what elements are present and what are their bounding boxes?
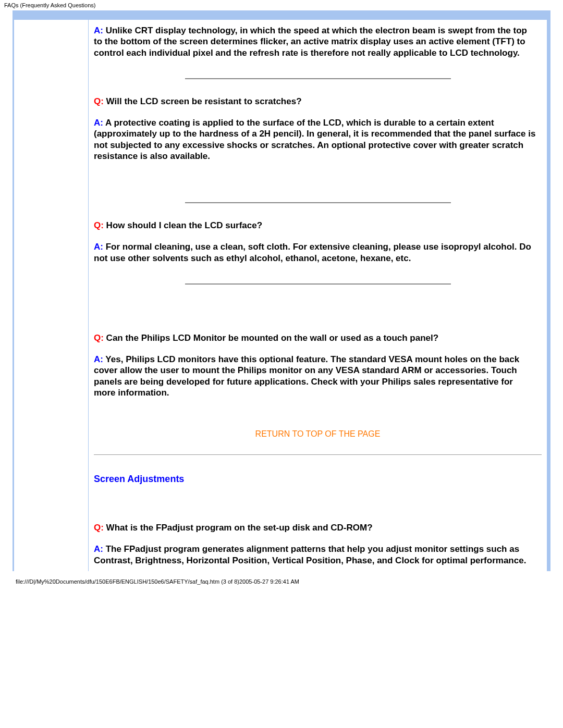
section-heading-screen-adjustments: Screen Adjustments: [89, 462, 547, 496]
answer-1: A: Unlike CRT display technology, in whi…: [89, 20, 547, 64]
question-prefix: Q:: [94, 523, 104, 533]
answer-text: A protective coating is applied to the s…: [94, 118, 535, 161]
question-2: Q: Will the LCD screen be resistant to s…: [89, 91, 547, 112]
answer-text: For normal cleaning, use a clean, soft c…: [94, 242, 531, 263]
inner-frame: A: Unlike CRT display technology, in whi…: [14, 20, 549, 571]
question-text: How should I clean the LCD surface?: [104, 220, 262, 230]
answer-text: Unlike CRT display technology, in which …: [94, 26, 527, 58]
divider: [185, 202, 451, 203]
content-area: A: Unlike CRT display technology, in whi…: [89, 20, 547, 571]
outer-frame: A: Unlike CRT display technology, in whi…: [13, 10, 550, 571]
return-to-top-link[interactable]: RETURN TO TOP OF THE PAGE: [89, 429, 547, 439]
question-5: Q: What is the FPadjust program on the s…: [89, 517, 547, 538]
question-text: What is the FPadjust program on the set-…: [104, 523, 373, 533]
question-text: Will the LCD screen be resistant to scra…: [104, 96, 302, 106]
question-prefix: Q:: [94, 96, 104, 106]
question-4: Q: Can the Philips LCD Monitor be mounte…: [89, 327, 547, 349]
answer-4: A: Yes, Philips LCD monitors have this o…: [89, 349, 547, 403]
answer-5: A: The FPadjust program generates alignm…: [89, 538, 547, 571]
answer-3: A: For normal cleaning, use a clean, sof…: [89, 236, 547, 269]
question-text: Can the Philips LCD Monitor be mounted o…: [104, 333, 438, 343]
question-3: Q: How should I clean the LCD surface?: [89, 215, 547, 236]
answer-prefix: A:: [94, 544, 103, 554]
answer-prefix: A:: [94, 242, 103, 252]
divider: [185, 283, 451, 285]
answer-2: A: A protective coating is applied to th…: [89, 112, 547, 167]
page-header-title: FAQs (Frequently Asked Questions): [0, 0, 563, 10]
question-prefix: Q:: [94, 333, 104, 343]
question-prefix: Q:: [94, 220, 104, 230]
answer-prefix: A:: [94, 26, 103, 35]
left-gutter: [14, 20, 89, 571]
answer-prefix: A:: [94, 118, 103, 128]
answer-text: Yes, Philips LCD monitors have this opti…: [94, 354, 519, 398]
answer-prefix: A:: [94, 354, 103, 364]
footer-file-path: file:///D|/My%20Documents/dfu/150E6FB/EN…: [0, 575, 563, 590]
answer-text: The FPadjust program generates alignment…: [94, 544, 526, 565]
full-divider: [94, 454, 542, 455]
divider: [185, 78, 451, 79]
